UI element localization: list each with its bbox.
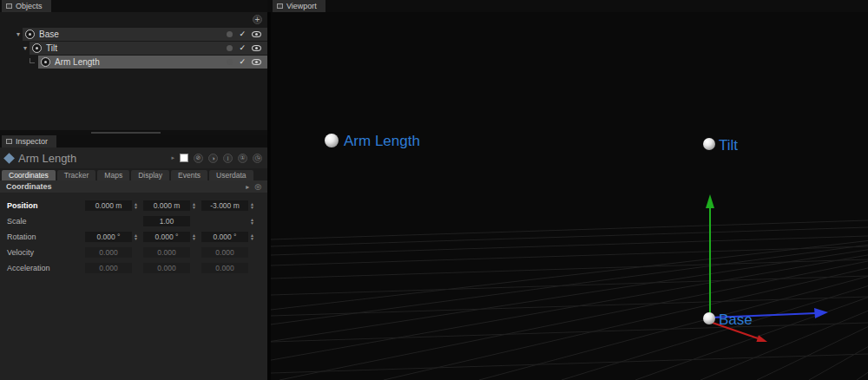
clock-icon[interactable]: ◷ xyxy=(253,154,262,163)
objects-tabbar: Objects xyxy=(0,0,267,12)
tree-branch-icon xyxy=(30,58,35,63)
grid-and-gizmo-layer xyxy=(271,12,868,380)
tab-display[interactable]: Display xyxy=(131,170,169,180)
viewport-label-arm-length: Arm Length xyxy=(344,133,420,150)
stepper[interactable]: ▲▼ xyxy=(134,233,138,240)
stepper[interactable]: ▲▼ xyxy=(250,233,254,240)
left-panel: Objects + ▾ Base ✓ xyxy=(0,0,267,380)
velocity-row: Velocity 0.000 0.000 0.000 xyxy=(0,246,267,259)
tab-viewport[interactable]: Viewport xyxy=(273,0,326,12)
index-icon[interactable]: ① xyxy=(238,154,247,163)
record-toggle-icon[interactable] xyxy=(227,59,233,65)
viewport-panel: Viewport xyxy=(267,0,868,380)
tab-userdata[interactable]: Userdata xyxy=(209,170,253,180)
viewport-label-base: Base xyxy=(719,311,753,329)
record-toggle-icon[interactable] xyxy=(227,31,233,37)
section-title: Coordinates xyxy=(6,182,52,191)
position-x-field[interactable]: 0.000 m xyxy=(85,200,132,211)
coordinates-properties: Position 0.000 m ▲▼ 0.000 m ▲▼ -3.000 m … xyxy=(0,193,267,275)
tree-indent xyxy=(0,56,38,69)
acceleration-y-field: 0.000 xyxy=(143,263,190,273)
position-label: Position xyxy=(7,201,85,210)
enabled-check-icon[interactable]: ✓ xyxy=(239,30,246,38)
inspector-tabbar: Inspector xyxy=(0,135,267,147)
enabled-check-icon[interactable]: ✓ xyxy=(239,58,246,66)
coordinates-section-header: Coordinates ▸ ◎ xyxy=(0,180,267,193)
panel-icon xyxy=(6,3,12,9)
add-object-button[interactable]: + xyxy=(253,15,262,24)
tab-viewport-label: Viewport xyxy=(286,2,317,10)
velocity-x-field: 0.000 xyxy=(85,247,132,258)
green-axis-arrow[interactable] xyxy=(706,194,714,318)
target-icon[interactable]: ◎ xyxy=(254,182,261,191)
expander-icon[interactable]: ▾ xyxy=(23,44,30,52)
object-icon xyxy=(32,43,42,53)
velocity-z-field: 0.000 xyxy=(201,247,248,258)
stepper[interactable]: ▲▼ xyxy=(250,218,254,225)
tab-objects[interactable]: Objects xyxy=(2,0,51,12)
tree-item-label: Tilt xyxy=(46,43,57,53)
tab-objects-label: Objects xyxy=(16,2,43,10)
stepper[interactable]: ▲▼ xyxy=(192,202,196,209)
inspector-header: Arm Length ▸ ⊘ ◑ i ① ◷ xyxy=(0,147,267,168)
viewport-canvas[interactable]: Arm Length Tilt Base xyxy=(271,12,868,380)
visibility-eye-icon[interactable] xyxy=(252,45,261,51)
panel-icon xyxy=(6,139,12,144)
velocity-label: Velocity xyxy=(7,248,85,257)
info-icon[interactable]: i xyxy=(223,154,233,163)
velocity-y-field: 0.000 xyxy=(143,247,190,258)
tree-row-base[interactable]: ▾ Base ✓ xyxy=(0,28,267,41)
grid-lines xyxy=(271,213,868,380)
object-icon xyxy=(41,57,50,67)
contrast-icon[interactable]: ◑ xyxy=(208,154,218,163)
visibility-eye-icon[interactable] xyxy=(252,31,261,37)
scale-label: Scale xyxy=(7,217,85,226)
slash-circle-icon[interactable]: ⊘ xyxy=(194,154,203,163)
expander-icon[interactable]: ▾ xyxy=(16,30,23,38)
record-toggle-icon[interactable] xyxy=(227,45,233,51)
tab-inspector[interactable]: Inspector xyxy=(2,135,56,147)
tree-row-tilt[interactable]: ▾ Tilt ✓ xyxy=(0,42,267,55)
viewport-tabbar: Viewport xyxy=(267,0,868,12)
pointer-icon[interactable]: ▸ xyxy=(246,183,249,191)
color-swatch[interactable] xyxy=(180,154,188,162)
inspector-tabs: Coordinates Tracker Maps Display Events … xyxy=(0,168,267,180)
rotation-x-field[interactable]: 0.000 ° xyxy=(85,232,132,242)
enabled-check-icon[interactable]: ✓ xyxy=(239,44,246,52)
viewport-label-tilt: Tilt xyxy=(719,137,738,154)
menu-arrow-icon[interactable]: ▸ xyxy=(171,154,174,161)
splitter-handle[interactable] xyxy=(91,132,161,134)
stepper[interactable]: ▲▼ xyxy=(134,202,138,209)
visibility-eye-icon[interactable] xyxy=(252,59,261,65)
rotation-label: Rotation xyxy=(7,233,85,241)
acceleration-label: Acceleration xyxy=(7,264,85,272)
scale-row: Scale 1.00 ▲▼ xyxy=(0,214,267,228)
tab-tracker[interactable]: Tracker xyxy=(57,170,96,180)
tab-events[interactable]: Events xyxy=(171,170,207,180)
acceleration-row: Acceleration 0.000 0.000 0.000 xyxy=(0,261,267,275)
tree-indent: ▾ xyxy=(0,42,30,55)
position-row: Position 0.000 m ▲▼ 0.000 m ▲▼ -3.000 m … xyxy=(0,199,267,213)
position-y-field[interactable]: 0.000 m xyxy=(143,200,190,211)
rotation-y-field[interactable]: 0.000 ° xyxy=(143,232,190,242)
object-icon xyxy=(25,29,35,39)
sphere-arm-length[interactable] xyxy=(325,134,339,147)
acceleration-x-field: 0.000 xyxy=(85,263,132,273)
rotation-row: Rotation 0.000 ° ▲▼ 0.000 ° ▲▼ 0.000 ° ▲… xyxy=(0,230,267,244)
sphere-tilt[interactable] xyxy=(703,138,715,150)
stepper[interactable]: ▲▼ xyxy=(250,202,254,209)
stepper[interactable]: ▲▼ xyxy=(192,233,196,240)
object-tree: ▾ Base ✓ ▾ xyxy=(0,28,267,69)
objects-panel: + ▾ Base ✓ xyxy=(0,12,267,130)
inspector-title: Arm Length xyxy=(18,152,76,165)
tree-row-arm-length[interactable]: Arm Length ✓ xyxy=(0,56,267,69)
sphere-base[interactable] xyxy=(703,312,715,324)
tab-maps[interactable]: Maps xyxy=(97,170,129,180)
position-z-field[interactable]: -3.000 m xyxy=(201,200,248,211)
scale-field[interactable]: 1.00 xyxy=(143,216,190,226)
rotation-z-field[interactable]: 0.000 ° xyxy=(201,232,248,242)
tab-coordinates[interactable]: Coordinates xyxy=(2,170,56,180)
object-type-icon xyxy=(3,153,15,164)
tab-inspector-label: Inspector xyxy=(16,137,48,146)
tree-indent: ▾ xyxy=(0,28,23,41)
